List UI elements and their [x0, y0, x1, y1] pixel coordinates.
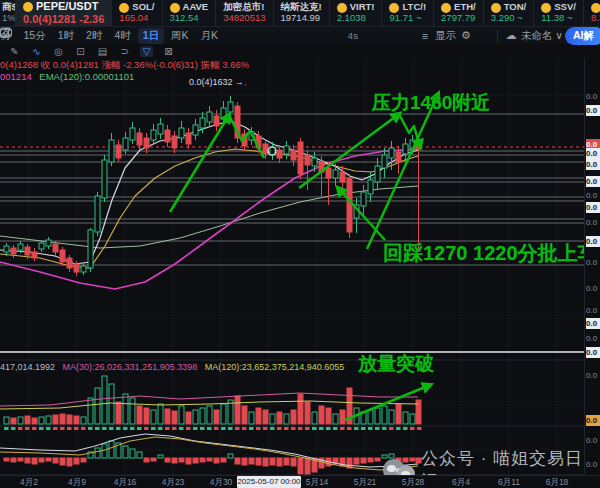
time-axis[interactable]: 4月24月94月164月234月305月145月215月286月46月116月1… — [0, 475, 600, 488]
date-label: 6月18 — [546, 477, 569, 488]
price-axis-label: 0.0 — [586, 91, 600, 102]
price-axis[interactable]: 0.00.00.00.00.00.00.00.00.00.00.00.00.00… — [584, 58, 600, 475]
price-axis-label: 0.0 — [586, 217, 600, 228]
date-label: 4月30 — [210, 477, 233, 488]
price-axis-label: 0.0 — [586, 190, 600, 201]
trading-app-window: 商$1%PEPE/USDT0.0(4)1281 -2.36SOL/165.04A… — [0, 0, 600, 488]
date-label: 4月2 — [20, 477, 38, 488]
price-axis-label: 0.0 — [586, 257, 600, 268]
date-label: 6月11 — [498, 477, 520, 488]
price-axis-label: 0.0 — [586, 159, 600, 170]
date-label: 4月9 — [68, 477, 86, 488]
price-axis-label: 0.0 — [586, 435, 600, 446]
date-label: 4月16 — [114, 477, 137, 488]
price-axis-label: 0.0 — [586, 236, 600, 247]
price-axis-label: 0.0 — [586, 370, 600, 381]
price-axis-label: 0.0 — [586, 202, 600, 213]
date-label: 6月4 — [452, 477, 470, 488]
price-axis-label: 0.0 — [586, 415, 600, 426]
price-axis-label: 0.0 — [586, 459, 600, 470]
date-label: 4月23 — [162, 477, 185, 488]
date-label: 5月14 — [306, 477, 329, 488]
date-label: 5月28 — [402, 477, 425, 488]
candlestick-chart[interactable] — [0, 0, 600, 488]
price-axis-label: 0.0 — [586, 148, 600, 159]
price-axis-label: 0.0 — [586, 333, 600, 344]
date-label: 5月21 — [354, 477, 377, 488]
price-axis-label: 0.0 — [586, 105, 600, 116]
price-axis-label: 0.0 — [586, 305, 600, 316]
price-axis-label: 0.0 — [586, 347, 600, 358]
price-axis-label: 0.0 — [586, 176, 600, 187]
price-axis-label: 0.0 — [586, 318, 600, 329]
crosshair-date-label: 2025-05-07 00:00 — [237, 476, 301, 488]
price-axis-label: 0.0 — [586, 283, 600, 294]
